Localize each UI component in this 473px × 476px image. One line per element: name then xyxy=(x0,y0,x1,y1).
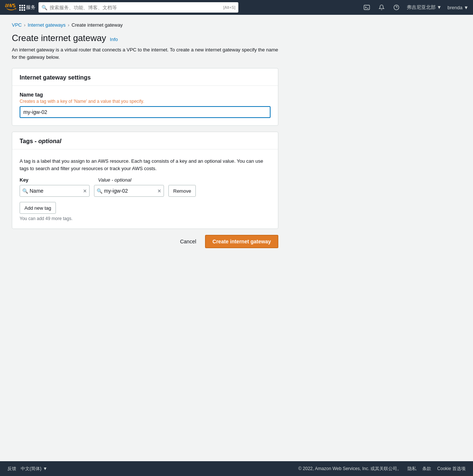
action-row: Cancel Create internet gateway xyxy=(12,235,278,248)
aws-logo[interactable] xyxy=(4,3,16,12)
tag-row: 🔍 ✕ 🔍 ✕ Remove xyxy=(20,185,271,197)
help-icon[interactable] xyxy=(392,3,401,12)
footer-privacy[interactable]: 隐私 xyxy=(407,466,416,472)
footer-lang-selector[interactable]: 中文(简体) ▼ xyxy=(21,466,47,472)
search-input[interactable] xyxy=(50,5,221,10)
breadcrumb-sep1: › xyxy=(24,23,26,28)
key-input-wrap: 🔍 ✕ xyxy=(20,185,90,197)
settings-card-body: Name tag Creates a tag with a key of 'Na… xyxy=(12,86,278,125)
col-value: Value - optional xyxy=(98,177,180,183)
name-tag-hint: Creates a tag with a key of 'Name' and a… xyxy=(20,99,271,104)
footer: 反馈 中文(简体) ▼ © 2022, Amazon Web Services,… xyxy=(0,461,473,476)
name-tag-label: Name tag xyxy=(20,92,271,98)
user-button[interactable]: brenda ▼ xyxy=(447,5,469,10)
tag-key-input[interactable] xyxy=(30,188,81,194)
add-tag-button[interactable]: Add new tag xyxy=(20,202,56,214)
footer-copyright: © 2022, Amazon Web Services, Inc. 或其关联公司… xyxy=(298,466,402,472)
footer-lang-chevron: ▼ xyxy=(43,466,47,471)
tags-title-italic: optional xyxy=(38,138,61,144)
tags-columns: Key Value - optional xyxy=(20,177,271,183)
col-value-italic: optional xyxy=(114,177,131,183)
page-title: Create internet gateway xyxy=(12,33,106,43)
page-description: An internet gateway is a virtual router … xyxy=(12,46,278,61)
tags-title-text: Tags - xyxy=(20,138,37,144)
footer-lang-label: 中文(简体) xyxy=(21,466,41,472)
breadcrumb-vpc[interactable]: VPC xyxy=(12,22,22,28)
region-button[interactable]: 弗吉尼亚北部 ▼ xyxy=(407,4,442,11)
search-bar[interactable]: 🔍 [Alt+S] xyxy=(38,2,238,13)
cancel-button[interactable]: Cancel xyxy=(177,236,199,247)
settings-card: Internet gateway settings Name tag Creat… xyxy=(12,68,278,126)
terminal-icon[interactable] xyxy=(362,3,371,12)
user-label: brenda ▼ xyxy=(447,5,469,10)
services-label: 服务 xyxy=(26,4,36,11)
value-search-icon: 🔍 xyxy=(97,188,103,194)
page-title-row: Create internet gateway Info xyxy=(12,33,461,43)
tags-description: A tag is a label that you assign to an A… xyxy=(20,158,271,172)
settings-card-header: Internet gateway settings xyxy=(12,68,278,86)
tags-card-body: A tag is a label that you assign to an A… xyxy=(12,149,278,229)
name-tag-input[interactable] xyxy=(20,106,271,118)
tags-card-title: Tags - optional xyxy=(20,138,271,145)
bell-icon[interactable] xyxy=(377,3,386,12)
create-internet-gateway-button[interactable]: Create internet gateway xyxy=(205,235,278,248)
nav-right: 弗吉尼亚北部 ▼ brenda ▼ xyxy=(362,3,469,12)
footer-cookie[interactable]: Cookie 首选项 xyxy=(437,466,466,472)
top-nav: 服务 🔍 [Alt+S] xyxy=(0,0,473,15)
info-link[interactable]: Info xyxy=(110,37,118,42)
col-value-text: Value - xyxy=(98,177,113,183)
footer-feedback[interactable]: 反馈 xyxy=(7,466,16,472)
region-label: 弗吉尼亚北部 ▼ xyxy=(407,4,442,10)
services-button[interactable]: 服务 xyxy=(19,4,36,11)
footer-right: © 2022, Amazon Web Services, Inc. 或其关联公司… xyxy=(298,466,466,472)
col-key: Key xyxy=(20,177,94,183)
value-input-wrap: 🔍 ✕ xyxy=(94,185,164,197)
settings-card-title: Internet gateway settings xyxy=(20,74,271,81)
tags-card-header: Tags - optional xyxy=(12,132,278,149)
description-text: An internet gateway is a virtual router … xyxy=(12,47,278,60)
search-shortcut: [Alt+S] xyxy=(223,5,235,10)
search-icon: 🔍 xyxy=(41,5,47,10)
tags-card: Tags - optional A tag is a label that yo… xyxy=(12,132,278,229)
svg-rect-0 xyxy=(364,5,369,10)
breadcrumb-sep2: › xyxy=(68,23,69,28)
main-content: VPC › Internet gateways › Create interne… xyxy=(0,15,473,461)
breadcrumb-internet-gateways[interactable]: Internet gateways xyxy=(28,22,66,28)
tag-value-input[interactable] xyxy=(104,188,156,194)
key-clear-button[interactable]: ✕ xyxy=(83,188,87,194)
grid-icon xyxy=(19,5,24,10)
remove-tag-button[interactable]: Remove xyxy=(168,185,196,197)
key-search-icon: 🔍 xyxy=(22,188,28,194)
footer-terms[interactable]: 条款 xyxy=(422,466,431,472)
breadcrumb-current: Create internet gateway xyxy=(71,22,123,28)
tags-note: You can add 49 more tags. xyxy=(20,216,271,221)
breadcrumb: VPC › Internet gateways › Create interne… xyxy=(12,22,461,28)
value-clear-button[interactable]: ✕ xyxy=(157,188,161,194)
footer-left: 反馈 中文(简体) ▼ xyxy=(7,466,47,472)
